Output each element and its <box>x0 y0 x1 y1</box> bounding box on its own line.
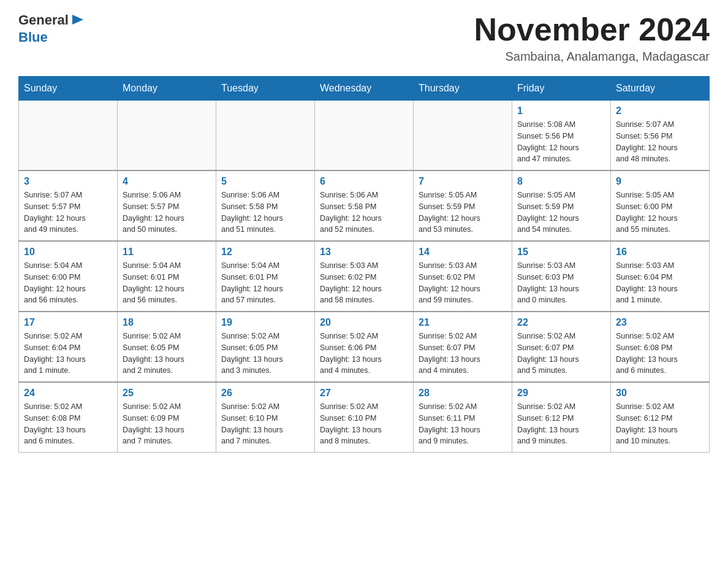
calendar-cell: 30Sunrise: 5:02 AM Sunset: 6:12 PM Dayli… <box>611 382 710 453</box>
day-number: 2 <box>616 105 704 117</box>
calendar-cell: 17Sunrise: 5:02 AM Sunset: 6:04 PM Dayli… <box>19 312 118 382</box>
logo-blue-text: Blue <box>18 29 48 45</box>
day-info: Sunrise: 5:02 AM Sunset: 6:08 PM Dayligh… <box>616 331 704 377</box>
calendar-cell <box>118 101 216 171</box>
day-number: 27 <box>320 388 408 399</box>
day-number: 30 <box>616 388 704 399</box>
calendar-cell: 28Sunrise: 5:02 AM Sunset: 6:11 PM Dayli… <box>414 382 512 453</box>
day-info: Sunrise: 5:03 AM Sunset: 6:02 PM Dayligh… <box>320 260 408 306</box>
header-friday: Friday <box>512 77 611 101</box>
calendar-cell: 3Sunrise: 5:07 AM Sunset: 5:57 PM Daylig… <box>19 170 118 241</box>
calendar-cell: 9Sunrise: 5:05 AM Sunset: 6:00 PM Daylig… <box>611 170 710 241</box>
day-number: 12 <box>221 247 309 258</box>
day-info: Sunrise: 5:02 AM Sunset: 6:04 PM Dayligh… <box>24 331 112 377</box>
day-info: Sunrise: 5:05 AM Sunset: 6:00 PM Dayligh… <box>616 190 704 236</box>
day-number: 11 <box>123 247 211 258</box>
logo-flag-icon <box>70 12 87 29</box>
calendar-cell: 13Sunrise: 5:03 AM Sunset: 6:02 PM Dayli… <box>315 241 414 312</box>
day-info: Sunrise: 5:02 AM Sunset: 6:12 PM Dayligh… <box>616 401 704 447</box>
day-info: Sunrise: 5:04 AM Sunset: 6:01 PM Dayligh… <box>221 260 309 306</box>
calendar-cell <box>414 101 512 171</box>
header-monday: Monday <box>118 77 216 101</box>
day-info: Sunrise: 5:02 AM Sunset: 6:05 PM Dayligh… <box>123 331 211 377</box>
day-number: 8 <box>517 176 605 187</box>
day-info: Sunrise: 5:02 AM Sunset: 6:07 PM Dayligh… <box>517 331 605 377</box>
day-info: Sunrise: 5:06 AM Sunset: 5:58 PM Dayligh… <box>320 190 408 236</box>
logo: General Blue <box>18 12 87 45</box>
calendar-cell: 19Sunrise: 5:02 AM Sunset: 6:05 PM Dayli… <box>216 312 315 382</box>
day-number: 6 <box>320 176 408 187</box>
day-info: Sunrise: 5:02 AM Sunset: 6:06 PM Dayligh… <box>320 331 408 377</box>
day-info: Sunrise: 5:02 AM Sunset: 6:09 PM Dayligh… <box>123 401 211 447</box>
day-number: 29 <box>517 388 605 399</box>
svg-marker-0 <box>72 15 83 25</box>
day-info: Sunrise: 5:07 AM Sunset: 5:57 PM Dayligh… <box>24 190 112 236</box>
calendar-cell: 6Sunrise: 5:06 AM Sunset: 5:58 PM Daylig… <box>315 170 414 241</box>
calendar-cell <box>19 101 118 171</box>
header-sunday: Sunday <box>19 77 118 101</box>
day-info: Sunrise: 5:02 AM Sunset: 6:11 PM Dayligh… <box>419 401 507 447</box>
day-number: 28 <box>419 388 507 399</box>
day-info: Sunrise: 5:03 AM Sunset: 6:02 PM Dayligh… <box>419 260 507 306</box>
calendar-cell: 12Sunrise: 5:04 AM Sunset: 6:01 PM Dayli… <box>216 241 315 312</box>
day-number: 24 <box>24 388 112 399</box>
day-number: 7 <box>419 176 507 187</box>
day-number: 17 <box>24 317 112 328</box>
day-info: Sunrise: 5:07 AM Sunset: 5:56 PM Dayligh… <box>616 119 704 165</box>
week-row-3: 10Sunrise: 5:04 AM Sunset: 6:00 PM Dayli… <box>19 241 710 312</box>
header-tuesday: Tuesday <box>216 77 315 101</box>
header-wednesday: Wednesday <box>315 77 414 101</box>
calendar-cell: 4Sunrise: 5:06 AM Sunset: 5:57 PM Daylig… <box>118 170 216 241</box>
calendar-cell: 21Sunrise: 5:02 AM Sunset: 6:07 PM Dayli… <box>414 312 512 382</box>
day-number: 5 <box>221 176 309 187</box>
day-number: 3 <box>24 176 112 187</box>
day-info: Sunrise: 5:05 AM Sunset: 5:59 PM Dayligh… <box>517 190 605 236</box>
calendar-cell: 26Sunrise: 5:02 AM Sunset: 6:10 PM Dayli… <box>216 382 315 453</box>
day-info: Sunrise: 5:06 AM Sunset: 5:58 PM Dayligh… <box>221 190 309 236</box>
week-row-1: 1Sunrise: 5:08 AM Sunset: 5:56 PM Daylig… <box>19 101 710 171</box>
day-number: 9 <box>616 176 704 187</box>
calendar-cell: 8Sunrise: 5:05 AM Sunset: 5:59 PM Daylig… <box>512 170 611 241</box>
calendar-table: SundayMondayTuesdayWednesdayThursdayFrid… <box>18 76 710 453</box>
day-number: 19 <box>221 317 309 328</box>
calendar-cell: 14Sunrise: 5:03 AM Sunset: 6:02 PM Dayli… <box>414 241 512 312</box>
day-number: 25 <box>123 388 211 399</box>
calendar-cell: 22Sunrise: 5:02 AM Sunset: 6:07 PM Dayli… <box>512 312 611 382</box>
day-info: Sunrise: 5:02 AM Sunset: 6:10 PM Dayligh… <box>221 401 309 447</box>
day-number: 23 <box>616 317 704 328</box>
header: General Blue November 2024 Sambaina, Ana… <box>18 12 710 64</box>
calendar-cell: 25Sunrise: 5:02 AM Sunset: 6:09 PM Dayli… <box>118 382 216 453</box>
calendar-cell: 18Sunrise: 5:02 AM Sunset: 6:05 PM Dayli… <box>118 312 216 382</box>
day-number: 26 <box>221 388 309 399</box>
week-row-4: 17Sunrise: 5:02 AM Sunset: 6:04 PM Dayli… <box>19 312 710 382</box>
day-number: 14 <box>419 247 507 258</box>
calendar-cell <box>315 101 414 171</box>
day-info: Sunrise: 5:08 AM Sunset: 5:56 PM Dayligh… <box>517 119 605 165</box>
day-info: Sunrise: 5:02 AM Sunset: 6:12 PM Dayligh… <box>517 401 605 447</box>
day-info: Sunrise: 5:04 AM Sunset: 6:01 PM Dayligh… <box>123 260 211 306</box>
week-row-5: 24Sunrise: 5:02 AM Sunset: 6:08 PM Dayli… <box>19 382 710 453</box>
calendar-cell: 7Sunrise: 5:05 AM Sunset: 5:59 PM Daylig… <box>414 170 512 241</box>
day-info: Sunrise: 5:02 AM Sunset: 6:08 PM Dayligh… <box>24 401 112 447</box>
day-info: Sunrise: 5:03 AM Sunset: 6:03 PM Dayligh… <box>517 260 605 306</box>
calendar-cell <box>216 101 315 171</box>
calendar-cell: 10Sunrise: 5:04 AM Sunset: 6:00 PM Dayli… <box>19 241 118 312</box>
calendar-cell: 15Sunrise: 5:03 AM Sunset: 6:03 PM Dayli… <box>512 241 611 312</box>
logo-general-text: General <box>18 12 69 28</box>
month-title: November 2024 <box>474 12 710 47</box>
day-info: Sunrise: 5:04 AM Sunset: 6:00 PM Dayligh… <box>24 260 112 306</box>
calendar-cell: 29Sunrise: 5:02 AM Sunset: 6:12 PM Dayli… <box>512 382 611 453</box>
calendar-cell: 27Sunrise: 5:02 AM Sunset: 6:10 PM Dayli… <box>315 382 414 453</box>
calendar-cell: 2Sunrise: 5:07 AM Sunset: 5:56 PM Daylig… <box>611 101 710 171</box>
header-thursday: Thursday <box>414 77 512 101</box>
calendar-cell: 23Sunrise: 5:02 AM Sunset: 6:08 PM Dayli… <box>611 312 710 382</box>
calendar-cell: 1Sunrise: 5:08 AM Sunset: 5:56 PM Daylig… <box>512 101 611 171</box>
day-number: 21 <box>419 317 507 328</box>
day-number: 16 <box>616 247 704 258</box>
day-number: 10 <box>24 247 112 258</box>
day-number: 13 <box>320 247 408 258</box>
day-info: Sunrise: 5:02 AM Sunset: 6:05 PM Dayligh… <box>221 331 309 377</box>
day-number: 20 <box>320 317 408 328</box>
calendar-cell: 20Sunrise: 5:02 AM Sunset: 6:06 PM Dayli… <box>315 312 414 382</box>
calendar-cell: 5Sunrise: 5:06 AM Sunset: 5:58 PM Daylig… <box>216 170 315 241</box>
